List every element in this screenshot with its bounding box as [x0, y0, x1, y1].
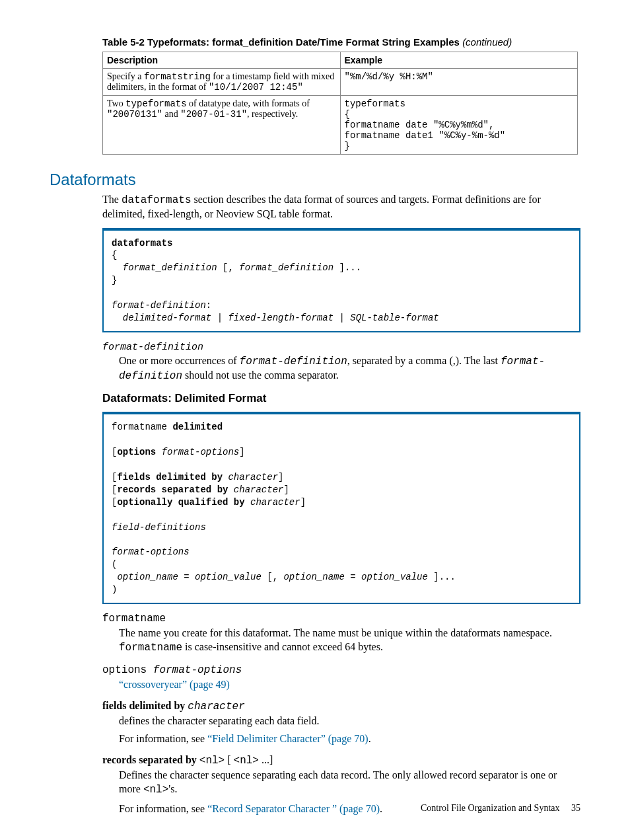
page-number: 35 — [571, 803, 580, 813]
th-description: Description — [103, 52, 341, 69]
table-row: Specify a formatstring for a timestamp f… — [103, 69, 578, 96]
td-description: Specify a formatstring for a timestamp f… — [103, 69, 341, 96]
subheading-delimited: Dataformats: Delimited Format — [102, 392, 580, 405]
syntax-box-delimited: formatname delimited [options format-opt… — [102, 412, 580, 603]
link-crossoveryear[interactable]: “crossoveryear” (page 49) — [119, 679, 230, 690]
term-records-separated-by: records separated by <nl> [ <nl> ...] — [102, 754, 580, 767]
term-formatname: formatname — [102, 612, 580, 625]
table-caption: Table 5-2 Typeformats: format_definition… — [102, 36, 580, 48]
section-heading-dataformats: Dataformats — [50, 171, 580, 189]
term-body: defines the character separating each da… — [119, 714, 580, 728]
link-field-delimiter[interactable]: “Field Delimiter Character” (page 70) — [207, 733, 368, 744]
syntax-box-dataformats: dataformats { format_definition [, forma… — [102, 228, 580, 332]
footer-text: Control File Organization and Syntax — [421, 803, 560, 813]
caption-text: Table 5-2 Typeformats: format_definition… — [102, 36, 460, 48]
link-record-separator[interactable]: “Record Separator Character ” (page 70) — [207, 803, 380, 814]
td-example: "%m/%d/%y %H:%M" — [340, 69, 578, 96]
term-body: One or more occurrences of format-defini… — [119, 354, 580, 383]
term-body: “crossoveryear” (page 49) — [119, 677, 580, 692]
td-example: typeformats { formatname date "%C%y%m%d"… — [340, 96, 578, 155]
page-footer: Control File Organization and Syntax 35 — [421, 803, 580, 814]
term-fields-delimited-by: fields delimited by character — [102, 700, 580, 712]
caption-continued: (continued) — [462, 36, 512, 48]
term-body: The name you create for this dataformat.… — [119, 626, 580, 656]
table-header-row: Description Example — [103, 52, 578, 69]
typeformats-table: Description Example Specify a formatstri… — [102, 52, 578, 155]
term-body: Defines the character sequence separatin… — [119, 768, 580, 798]
term-format-definition: format-definition — [102, 342, 580, 353]
th-example: Example — [340, 52, 578, 69]
term-body: For information, see “Field Delimiter Ch… — [119, 732, 580, 746]
section-intro: The dataformats section describes the da… — [102, 193, 580, 221]
table-row: Two typeformats of datatype date, with f… — [103, 96, 578, 155]
td-description: Two typeformats of datatype date, with f… — [103, 96, 341, 155]
term-options: options format-options — [102, 664, 580, 676]
